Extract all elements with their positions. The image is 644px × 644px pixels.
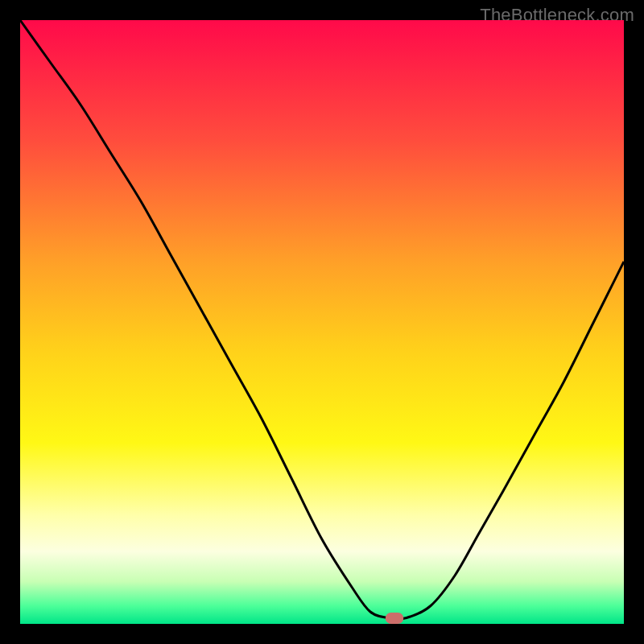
bottleneck-chart: [20, 20, 624, 624]
gradient-background: [20, 20, 624, 624]
chart-canvas: [20, 20, 624, 624]
optimal-marker: [386, 613, 404, 624]
